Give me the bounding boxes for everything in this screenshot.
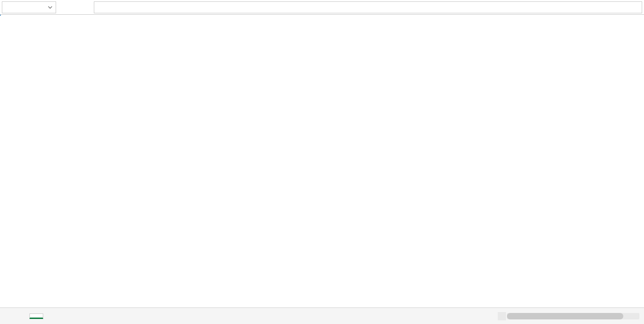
spill-range-outline	[0, 15, 1, 16]
formula-input[interactable]	[94, 1, 642, 13]
name-box-dropdown-icon[interactable]	[47, 5, 53, 10]
spreadsheet-grid[interactable]	[0, 15, 644, 307]
formula-bar	[0, 0, 644, 15]
scroll-left-icon[interactable]	[498, 312, 506, 320]
sheet-tab-bar	[0, 307, 644, 324]
add-sheet-button[interactable]	[47, 311, 58, 322]
sheet-tab-active[interactable]	[29, 313, 43, 319]
cancel-formula-icon[interactable]	[65, 2, 75, 12]
scroll-thumb[interactable]	[507, 313, 623, 319]
name-box[interactable]	[2, 1, 56, 13]
enter-formula-icon[interactable]	[77, 2, 87, 12]
horizontal-scrollbar[interactable]	[498, 312, 640, 320]
scroll-track[interactable]	[507, 313, 639, 319]
tab-prev-icon[interactable]	[4, 312, 13, 321]
tab-next-icon[interactable]	[17, 312, 26, 321]
